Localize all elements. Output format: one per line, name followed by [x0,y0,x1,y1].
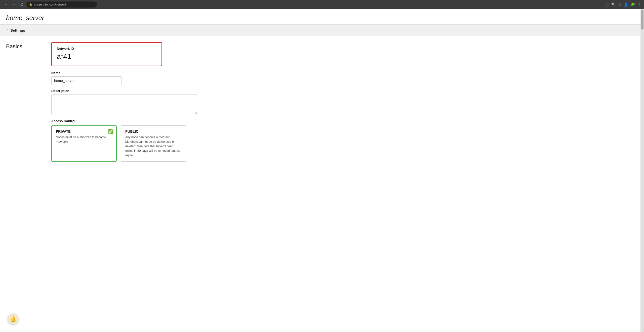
private-option-desc: Nodes must be authorized to become membe… [56,135,112,144]
access-control-group: Access Control PRIVATE Nodes must be aut… [51,119,227,162]
profile-icon: 👤 [624,3,628,7]
access-control-label: Access Control [51,119,227,123]
public-option-title: PUBLIC [125,129,182,133]
back-button[interactable]: ← [3,1,9,8]
network-id-value: af41 [57,53,156,61]
collapse-arrow-icon: ↑ [6,28,8,33]
network-id-label: Network ID [57,47,156,51]
settings-header-title: Settings [10,28,25,32]
scrollbar-thumb[interactable] [641,10,643,30]
access-control-options: PRIVATE Nodes must be authorized to beco… [51,125,227,162]
settings-header[interactable]: ↑ Settings [0,24,644,36]
public-option[interactable]: PUBLIC Any node can become a member. Mem… [121,125,186,162]
bookmark-icon: ☆ [618,3,621,7]
page-title: home_server [6,14,638,22]
network-id-card: Network ID af41 [51,42,162,66]
refresh-button[interactable]: ↺ [19,1,24,8]
description-label: Description [51,89,227,93]
bell-icon: 🔔 [10,316,16,322]
page-content: home_server ↑ Settings Basics Network ID… [0,9,644,332]
private-option-title: PRIVATE [56,129,112,133]
description-field-group: Description [51,89,227,115]
private-check-icon: ✅ [107,128,114,134]
main-body: Basics Network ID af41 Name Description … [0,36,644,172]
name-field-group: Name [51,71,227,85]
cast-icon: ⬛ [605,3,609,7]
description-textarea[interactable] [51,94,197,114]
url-text: my.zerotier.com/network [34,3,66,6]
menu-icon: ⋮ [637,3,641,7]
basics-section-label: Basics [6,42,41,166]
browser-toolbar-right: ⬛ 🔍 ☆ 👤 🧩 ⋮ [605,3,641,7]
lock-icon: 🔒 [29,3,32,6]
forward-button[interactable]: → [11,1,17,8]
private-option[interactable]: PRIVATE Nodes must be authorized to beco… [51,125,117,162]
form-area: Network ID af41 Name Description Access … [51,42,227,166]
browser-chrome: ← → ↺ 🔒 my.zerotier.com/network ⬛ 🔍 ☆ 👤 … [0,0,644,9]
notification-bell[interactable]: 🔔 [8,313,19,324]
zoom-icon: 🔍 [611,3,616,7]
page-title-section: home_server [0,9,644,24]
extensions-icon: 🧩 [631,3,635,7]
public-option-desc: Any node can become a member. Members ca… [125,135,182,158]
address-bar[interactable]: 🔒 my.zerotier.com/network [26,2,97,8]
name-input[interactable] [51,76,122,85]
name-label: Name [51,71,227,75]
scrollbar[interactable] [640,9,644,332]
